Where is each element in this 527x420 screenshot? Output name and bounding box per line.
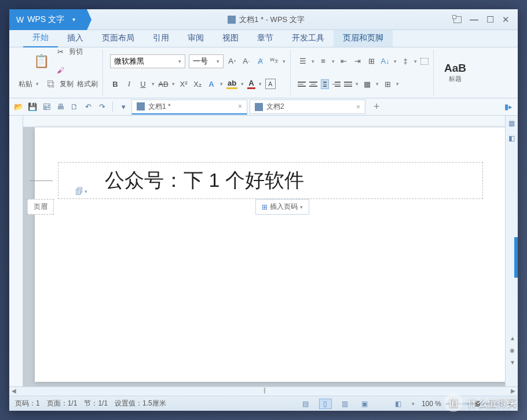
restore-ribbon-icon[interactable] (453, 16, 462, 23)
align-center-button[interactable] (309, 82, 317, 87)
save-icon[interactable]: 💾 (27, 101, 38, 113)
brush-icon: 🖌 (55, 65, 65, 76)
paragraph-group: ☰▾ ≡▾ ⇤ ⇥ ⊞ A↓▾ ‡▾ ▾ ▦▾ ⊞▾ (293, 50, 434, 95)
tab-references[interactable]: 引用 (144, 30, 178, 47)
tab-review[interactable]: 审阅 (178, 30, 213, 47)
print-icon[interactable]: 🖶 (54, 101, 66, 113)
grow-font-button[interactable]: A+ (227, 56, 237, 67)
italic-button[interactable]: I (124, 79, 134, 89)
font-color-button[interactable]: A (247, 79, 255, 89)
scissors-icon: ✂ (55, 47, 65, 57)
minimize-button[interactable]: — (470, 14, 478, 24)
scroll-up-icon[interactable]: ▲ (510, 335, 515, 341)
paste-label[interactable]: 粘贴 (19, 79, 32, 89)
side-indicator[interactable] (514, 237, 518, 278)
shrink-font-button[interactable]: A- (241, 56, 251, 67)
bold-button[interactable]: B (110, 79, 120, 89)
bullets-button[interactable]: ☰ (298, 56, 308, 67)
view-page-button[interactable]: ▯ (319, 399, 332, 409)
close-tab-icon[interactable]: × (238, 102, 242, 110)
insert-pagenum-button[interactable]: ⊞ 插入页码 ▾ (255, 199, 309, 215)
paste-icon[interactable]: 📋 (34, 54, 49, 69)
customize-qat-icon[interactable]: ▾ (118, 101, 129, 113)
sidepanel-icon-2[interactable]: ◧ (506, 131, 518, 146)
doc-icon (255, 103, 263, 111)
sort-button[interactable]: A↓ (380, 56, 390, 67)
tab-insert[interactable]: 插入 (58, 30, 93, 47)
status-setting[interactable]: 设置值：1.5厘米 (115, 399, 166, 408)
borders-button[interactable]: ⊞ (382, 79, 393, 89)
copy-button[interactable]: ⿻复制 (46, 76, 74, 92)
highlight-button[interactable]: ab (226, 79, 237, 89)
status-page[interactable]: 页面：1/1 (47, 399, 78, 408)
maximize-button[interactable]: ☐ (486, 14, 494, 25)
font-size-select[interactable]: 一号▾ (189, 54, 224, 68)
superscript-button[interactable]: X² (178, 79, 189, 89)
char-border-button[interactable]: A (265, 79, 276, 89)
scroll-target-icon[interactable]: ◉ (510, 347, 515, 353)
show-marks-button[interactable] (420, 58, 429, 65)
new-tab-button[interactable]: + (368, 101, 386, 113)
indent-left-button[interactable]: ⇤ (338, 56, 349, 67)
app-menu-button[interactable]: W WPS 文字 ▾ (9, 9, 87, 30)
page[interactable]: 🗐 ▾ 公众号：下 1 个好软件 页眉 ⊞ 插入页码 ▾ (35, 127, 506, 382)
tab-settings-button[interactable]: ⊞ (366, 56, 376, 67)
undo-icon[interactable]: ↶ (82, 101, 94, 113)
app-window: W WPS 文字 ▾ 文档1 * - WPS 文字 — ☐ ✕ 开始 插入 页面… (9, 9, 518, 411)
view-outline-button[interactable]: ▤ (299, 399, 312, 409)
subscript-button[interactable]: X₂ (192, 79, 203, 89)
line-spacing-button[interactable]: ‡ (400, 56, 411, 67)
phonetic-button[interactable]: ᵂ文 (269, 56, 279, 67)
doc-tab-1[interactable]: 文档1 * × (131, 100, 247, 115)
style-preview[interactable]: AaB 标题 (441, 62, 470, 83)
status-bar: 页码：1 页面：1/1 节：1/1 设置值：1.5厘米 ▤ ▯ ▥ ▣ ◧▾ 1… (9, 396, 518, 411)
tab-header-footer[interactable]: 页眉和页脚 (334, 30, 393, 47)
format-painter-label[interactable]: 格式刷 (77, 79, 98, 89)
font-name-select[interactable]: 微软雅黑▾ (110, 54, 185, 68)
shading-button[interactable]: ▦ (362, 79, 372, 89)
doc-tab-2[interactable]: 文档2 × (250, 100, 365, 114)
tab-view[interactable]: 视图 (213, 30, 248, 47)
view-read-button[interactable]: ▣ (358, 399, 371, 409)
indent-right-button[interactable]: ⇥ (352, 56, 363, 67)
status-pagecode[interactable]: 页码：1 (15, 399, 40, 408)
scroll-nav: ▲ ◉ ▼ (510, 335, 515, 366)
vertical-ruler[interactable] (9, 116, 23, 386)
export-icon[interactable]: 🗟 (41, 101, 52, 113)
separator (112, 102, 113, 112)
tab-page-layout[interactable]: 页面布局 (93, 30, 144, 47)
close-button[interactable]: ✕ (502, 14, 510, 25)
open-icon[interactable]: 📂 (13, 101, 24, 113)
copy-icon: ⿻ (46, 79, 56, 89)
document-scroll[interactable]: 🗐 ▾ 公众号：下 1 个好软件 页眉 ⊞ 插入页码 ▾ (23, 116, 518, 386)
options-icon[interactable]: ▮▸ (503, 101, 514, 113)
tab-developer[interactable]: 开发工具 (283, 30, 334, 47)
text-effects-button[interactable]: A (206, 79, 217, 89)
cut-button[interactable]: ✂剪切 (55, 47, 83, 60)
clear-format-button[interactable]: A̷ (255, 56, 265, 67)
view-web-button[interactable]: ▥ (339, 399, 352, 409)
redo-icon[interactable]: ↷ (96, 101, 108, 113)
status-section[interactable]: 节：1/1 (84, 399, 108, 408)
numbering-button[interactable]: ≡ (318, 56, 328, 67)
align-right-button[interactable] (332, 82, 341, 87)
zoom-value[interactable]: 100 % (422, 400, 441, 408)
header-edit-zone[interactable]: 公众号：下 1 个好软件 页眉 ⊞ 插入页码 ▾ (58, 162, 483, 199)
tab-chapter[interactable]: 章节 (248, 30, 283, 47)
align-justify-button[interactable] (321, 79, 329, 89)
horizontal-ruler[interactable] (23, 116, 518, 127)
horizontal-scrollbar[interactable]: ◀ ▶ (9, 386, 518, 396)
preview-icon[interactable]: 🗋 (68, 101, 80, 113)
scroll-down-icon[interactable]: ▼ (510, 359, 515, 366)
align-left-button[interactable] (298, 82, 306, 87)
tab-start[interactable]: 开始 (23, 29, 58, 47)
sidepanel-icon-1[interactable]: ▦ (506, 116, 518, 131)
quick-access-toolbar: 📂 💾 🗟 🖶 🗋 ↶ ↷ ▾ 文档1 * × 文档2 × + ▮▸ (9, 98, 518, 116)
close-tab-icon[interactable]: × (356, 103, 360, 111)
underline-button[interactable]: U (138, 79, 148, 89)
align-distribute-button[interactable] (344, 82, 352, 87)
strikethrough-button[interactable]: AB (158, 79, 169, 89)
scroll-left-icon[interactable]: ◀ (12, 388, 16, 394)
zoom-fit-button[interactable]: ◧ (392, 399, 405, 409)
header-text[interactable]: 公众号：下 1 个好软件 (58, 167, 482, 194)
